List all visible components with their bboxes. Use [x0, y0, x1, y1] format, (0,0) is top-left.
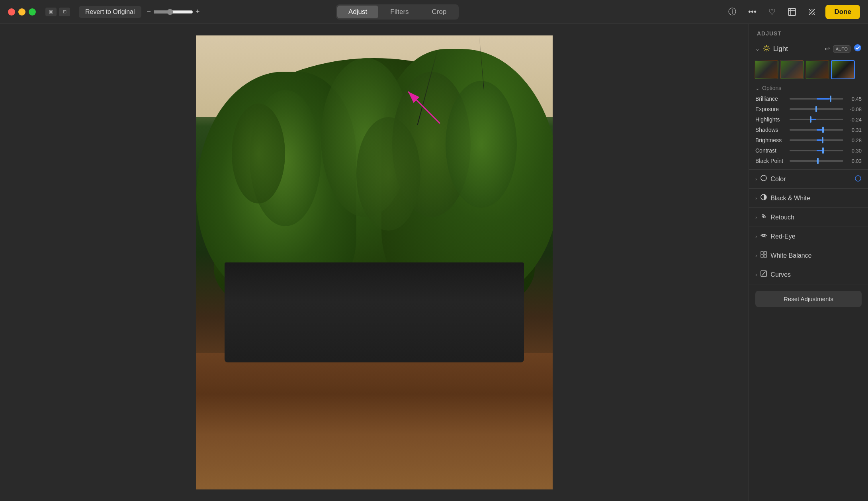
revert-button[interactable]: Revert to Original [79, 6, 141, 18]
red-eye-section[interactable]: › Red-Eye [749, 227, 868, 246]
preset-thumb-3[interactable] [805, 60, 829, 79]
tab-crop[interactable]: Crop [421, 6, 458, 18]
highlights-label: Highlights [755, 116, 786, 123]
bw-title: Black & White [770, 195, 862, 202]
split-view-button[interactable]: ⊡ [59, 8, 70, 16]
svg-line-8 [764, 46, 764, 46]
zoom-out-button[interactable]: − [147, 8, 151, 16]
svg-rect-21 [761, 252, 763, 254]
wb-title: White Balance [770, 252, 862, 259]
brightness-label: Brightness [755, 137, 786, 143]
zoom-slider[interactable] [153, 9, 193, 15]
shadows-label: Shadows [755, 127, 786, 133]
preset-thumb-1[interactable] [755, 60, 778, 79]
info-button[interactable]: ⓘ [726, 6, 739, 18]
shadows-row: Shadows 0.31 [749, 125, 868, 135]
curves-chevron-icon: › [755, 272, 757, 278]
image-area [0, 24, 749, 501]
brilliance-slider[interactable] [790, 98, 843, 100]
tab-filters[interactable]: Filters [379, 6, 420, 18]
contrast-label: Contrast [755, 147, 786, 154]
brilliance-value: 0.45 [846, 96, 862, 102]
bw-chevron-icon: › [755, 195, 757, 201]
retouch-title: Retouch [770, 214, 862, 221]
shadows-thumb[interactable] [822, 127, 824, 133]
brilliance-fill [817, 98, 830, 100]
shadows-value: 0.31 [846, 127, 862, 133]
photo-container [196, 35, 553, 489]
contrast-value: 0.30 [846, 148, 862, 154]
brightness-fill [817, 139, 822, 141]
brilliance-thumb[interactable] [830, 96, 831, 102]
options-header[interactable]: ⌄ Options [749, 83, 868, 94]
black-point-label: Black Point [755, 158, 786, 164]
brightness-value: 0.28 [846, 137, 862, 143]
highlights-row: Highlights -0.24 [749, 114, 868, 125]
svg-line-10 [768, 46, 768, 46]
favorite-button[interactable]: ♡ [766, 6, 778, 18]
color-circle-icon [760, 174, 767, 184]
done-button[interactable]: Done [825, 5, 860, 19]
retouch-section[interactable]: › Retouch [749, 208, 868, 227]
light-sun-icon [763, 45, 770, 53]
contrast-row: Contrast 0.30 [749, 145, 868, 156]
toolbar-right: ⓘ ••• ♡ Done [726, 5, 860, 19]
color-section[interactable]: › Color [749, 170, 868, 189]
single-view-button[interactable]: ▣ [45, 8, 57, 16]
preset-thumb-4[interactable] [831, 60, 855, 79]
red-eye-title: Red-Eye [770, 233, 862, 240]
zoom-in-button[interactable]: + [195, 8, 200, 16]
fullscreen-button[interactable] [786, 6, 798, 18]
black-point-slider[interactable] [790, 160, 843, 162]
shadows-slider[interactable] [790, 129, 843, 131]
more-button[interactable]: ••• [746, 6, 759, 18]
svg-point-13 [761, 175, 766, 181]
retouch-chevron-icon: › [755, 214, 757, 220]
color-title: Color [770, 176, 851, 183]
exposure-value: -0.08 [846, 106, 862, 112]
svg-rect-23 [761, 255, 763, 257]
light-reset-icon[interactable]: ↩ [825, 45, 830, 53]
white-balance-section[interactable]: › White Balance [749, 246, 868, 265]
color-chevron-icon: › [755, 176, 757, 182]
svg-line-9 [768, 50, 768, 50]
exposure-thumb[interactable] [815, 106, 817, 112]
maximize-button[interactable] [29, 8, 36, 16]
retouch-bandaid-icon [760, 213, 767, 222]
black-point-value: 0.03 [846, 158, 862, 164]
svg-line-11 [764, 50, 764, 50]
brightness-slider[interactable] [790, 139, 843, 141]
contrast-slider[interactable] [790, 150, 843, 151]
black-point-thumb[interactable] [817, 158, 819, 164]
svg-rect-22 [764, 252, 766, 254]
brightness-thumb[interactable] [822, 137, 823, 143]
brightness-row: Brightness 0.28 [749, 135, 868, 145]
contrast-fill [817, 150, 823, 151]
traffic-lights [8, 8, 36, 16]
color-indicator [854, 175, 862, 184]
contrast-thumb[interactable] [822, 147, 824, 154]
reset-adjustments-button[interactable]: Reset Adjustments [755, 291, 862, 307]
light-check-icon [854, 44, 862, 54]
light-section: ⌄ Light ↩ AUTO [749, 40, 868, 170]
highlights-slider[interactable] [790, 119, 843, 120]
moss-bump-6 [446, 81, 517, 208]
svg-point-12 [854, 44, 861, 51]
red-eye-chevron-icon: › [755, 233, 757, 239]
magic-button[interactable] [805, 6, 818, 18]
tab-adjust[interactable]: Adjust [337, 6, 378, 18]
photo-background [196, 35, 553, 489]
close-button[interactable] [8, 8, 15, 16]
light-section-header[interactable]: ⌄ Light ↩ AUTO [749, 40, 868, 58]
highlights-thumb[interactable] [810, 116, 811, 123]
exposure-slider[interactable] [790, 108, 843, 110]
curves-section[interactable]: › Curves [749, 265, 868, 284]
minimize-button[interactable] [18, 8, 25, 16]
light-auto-button[interactable]: AUTO [833, 45, 850, 53]
light-section-title: Light [773, 45, 821, 53]
preset-thumb-2[interactable] [780, 60, 804, 79]
exposure-label: Exposure [755, 106, 786, 112]
black-white-section[interactable]: › Black & White [749, 189, 868, 208]
moss-bump-4 [356, 117, 420, 231]
brilliance-label: Brilliance [755, 96, 786, 102]
